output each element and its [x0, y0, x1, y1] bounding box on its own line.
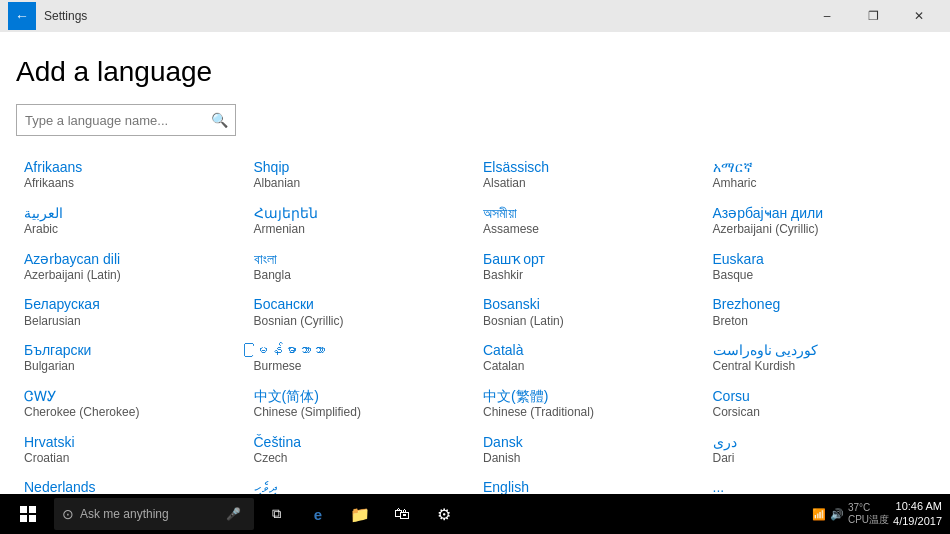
- lang-native-name: Čeština: [254, 433, 468, 451]
- svg-rect-1: [29, 506, 36, 513]
- lang-native-name: বাংলা: [254, 250, 468, 268]
- lang-english-name: Chinese (Traditional): [483, 405, 697, 421]
- back-button[interactable]: ←: [8, 2, 36, 30]
- page-title: Add a language: [16, 56, 934, 88]
- list-item[interactable]: دری Dari: [705, 427, 935, 473]
- list-item[interactable]: Corsu Corsican: [705, 381, 935, 427]
- list-item[interactable]: English English: [475, 472, 705, 494]
- title-bar: ← Settings – ❐ ✕: [0, 0, 950, 32]
- lang-native-name: Shqip: [254, 158, 468, 176]
- taskbar: ⊙ 🎤 ⧉ e 📁 🛍 ⚙ 📶 🔊 37°C CPU温度 10:46 AM 4/…: [0, 494, 950, 534]
- lang-native-name: Bosanski: [483, 295, 697, 313]
- windows-icon: [20, 506, 36, 522]
- list-item[interactable]: 中文(简体) Chinese (Simplified): [246, 381, 476, 427]
- list-item[interactable]: Brezhoneg Breton: [705, 289, 935, 335]
- lang-english-name: Dari: [713, 451, 927, 467]
- taskbar-clock: 10:46 AM 4/19/2017: [893, 499, 942, 530]
- list-item[interactable]: Башҡорт Bashkir: [475, 244, 705, 290]
- list-item[interactable]: Euskara Basque: [705, 244, 935, 290]
- lang-native-name: Азәрбајҹан дили: [713, 204, 927, 222]
- lang-english-name: Danish: [483, 451, 697, 467]
- task-view-button[interactable]: ⧉: [256, 494, 296, 534]
- lang-native-name: አማርኛ: [713, 158, 927, 176]
- list-item[interactable]: Azərbaycan dili Azerbaijani (Latin): [16, 244, 246, 290]
- lang-native-name: Башҡорт: [483, 250, 697, 268]
- lang-english-name: Afrikaans: [24, 176, 238, 192]
- list-item[interactable]: Азәрбајҹан дили Azerbaijani (Cyrillic): [705, 198, 935, 244]
- search-input[interactable]: [16, 104, 236, 136]
- title-bar-controls: – ❐ ✕: [804, 0, 942, 32]
- explorer-button[interactable]: 📁: [340, 494, 380, 534]
- lang-native-name: دری: [713, 433, 927, 451]
- lang-english-name: Amharic: [713, 176, 927, 192]
- lang-native-name: Corsu: [713, 387, 927, 405]
- lang-english-name: Burmese: [254, 359, 468, 375]
- close-button[interactable]: ✕: [896, 0, 942, 32]
- lang-english-name: Central Kurdish: [713, 359, 927, 375]
- settings-icon: ⚙: [437, 505, 451, 524]
- main-content: Add a language 🔍 Afrikaans Afrikaans Shq…: [0, 32, 950, 494]
- lang-english-name: Breton: [713, 314, 927, 330]
- list-item[interactable]: Dansk Danish: [475, 427, 705, 473]
- list-item[interactable]: العربية Arabic: [16, 198, 246, 244]
- list-item[interactable]: Afrikaans Afrikaans: [16, 152, 246, 198]
- lang-native-name: Hrvatski: [24, 433, 238, 451]
- settings-taskbar-button[interactable]: ⚙: [424, 494, 464, 534]
- list-item[interactable]: Беларуская Belarusian: [16, 289, 246, 335]
- edge-button[interactable]: e: [298, 494, 338, 534]
- list-item[interactable]: Bosanski Bosnian (Latin): [475, 289, 705, 335]
- search-box: 🔍: [16, 104, 236, 136]
- microphone-icon: 🎤: [226, 507, 241, 521]
- list-item[interactable]: አማርኛ Amharic: [705, 152, 935, 198]
- list-item[interactable]: ᏣᎳᎩ Cherokee (Cherokee): [16, 381, 246, 427]
- list-item[interactable]: Nederlands Dutch: [16, 472, 246, 494]
- lang-native-name: English: [483, 478, 697, 494]
- list-item[interactable]: Български Bulgarian: [16, 335, 246, 381]
- lang-english-name: Cherokee (Cherokee): [24, 405, 238, 421]
- list-item[interactable]: Hrvatski Croatian: [16, 427, 246, 473]
- list-item[interactable]: Elsässisch Alsatian: [475, 152, 705, 198]
- lang-native-name: Afrikaans: [24, 158, 238, 176]
- list-item[interactable]: ... ...: [705, 472, 935, 494]
- title-bar-left: ← Settings: [8, 2, 87, 30]
- list-item[interactable]: Čeština Czech: [246, 427, 476, 473]
- lang-native-name: Հայերեն: [254, 204, 468, 222]
- clock-date: 4/19/2017: [893, 514, 942, 529]
- lang-native-name: Dansk: [483, 433, 697, 451]
- minimize-button[interactable]: –: [804, 0, 850, 32]
- list-item[interactable]: Català Catalan: [475, 335, 705, 381]
- lang-english-name: Arabic: [24, 222, 238, 238]
- list-item[interactable]: كوردیی ناوەراست Central Kurdish: [705, 335, 935, 381]
- lang-native-name: Босански: [254, 295, 468, 313]
- lang-native-name: كوردیی ناوەراست: [713, 341, 927, 359]
- list-item[interactable]: Հայերեն Armenian: [246, 198, 476, 244]
- lang-native-name: Български: [24, 341, 238, 359]
- list-item[interactable]: অসমীয়া Assamese: [475, 198, 705, 244]
- svg-rect-2: [20, 515, 27, 522]
- list-item[interactable]: বাংলা Bangla: [246, 244, 476, 290]
- maximize-button[interactable]: ❐: [850, 0, 896, 32]
- lang-native-name: Elsässisch: [483, 158, 697, 176]
- taskbar-right: 📶 🔊 37°C CPU温度 10:46 AM 4/19/2017: [808, 499, 946, 530]
- list-item[interactable]: မြန်မာဘာသာ Burmese: [246, 335, 476, 381]
- lang-english-name: Corsican: [713, 405, 927, 421]
- lang-english-name: Bangla: [254, 268, 468, 284]
- list-item[interactable]: Shqip Albanian: [246, 152, 476, 198]
- network-icon: 📶: [812, 508, 826, 521]
- list-item[interactable]: Босански Bosnian (Cyrillic): [246, 289, 476, 335]
- taskbar-search-input[interactable]: [80, 507, 220, 521]
- store-button[interactable]: 🛍: [382, 494, 422, 534]
- svg-rect-0: [20, 506, 27, 513]
- temperature: 37°C CPU温度: [848, 502, 889, 527]
- lang-native-name: မြန်မာဘာသာ: [254, 341, 468, 359]
- start-button[interactable]: [4, 494, 52, 534]
- lang-native-name: Euskara: [713, 250, 927, 268]
- language-grid: Afrikaans Afrikaans Shqip Albanian Elsäs…: [16, 152, 934, 494]
- lang-native-name: Nederlands: [24, 478, 238, 494]
- list-item[interactable]: ދިވެހި Divehi: [246, 472, 476, 494]
- list-item[interactable]: 中文(繁體) Chinese (Traditional): [475, 381, 705, 427]
- lang-native-name: Azərbaycan dili: [24, 250, 238, 268]
- lang-english-name: Alsatian: [483, 176, 697, 192]
- lang-native-name: العربية: [24, 204, 238, 222]
- lang-english-name: Belarusian: [24, 314, 238, 330]
